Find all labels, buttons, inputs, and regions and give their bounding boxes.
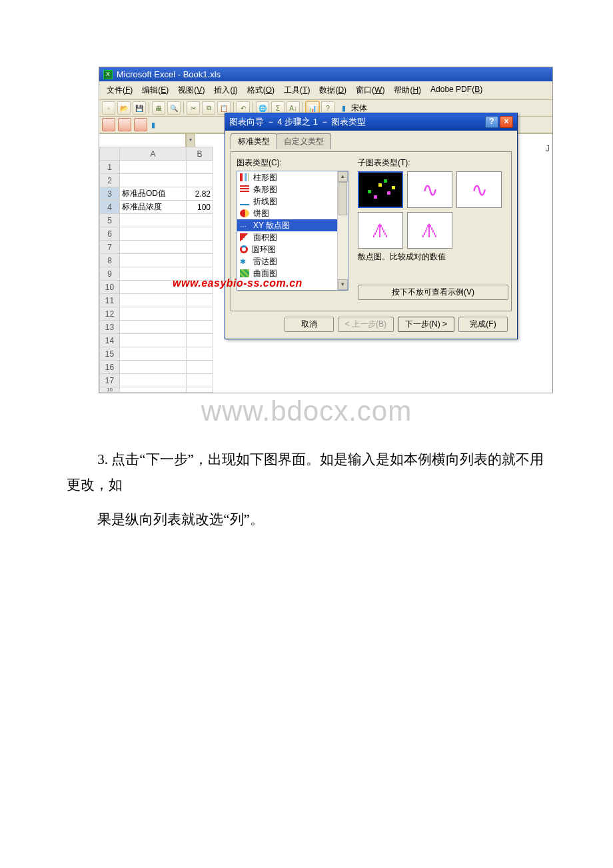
surface-icon [240, 269, 249, 277]
instruction-p1: 3. 点击“下一步”，出现如下图界面。如是输入是如本例横向列表的就不用更改，如 [67, 447, 546, 498]
preview-icon[interactable]: 🔍 [167, 101, 181, 115]
tab-custom[interactable]: 自定义类型 [277, 133, 331, 149]
subtype-description: 散点图。比较成对的数值 [358, 251, 511, 285]
row-header[interactable]: 17 [100, 374, 120, 387]
scroll-thumb[interactable] [338, 182, 347, 215]
save-icon[interactable]: 💾 [133, 101, 146, 115]
menu-view[interactable]: 视图(V) [173, 83, 209, 97]
toolbar-handle-icon[interactable]: ▮ [151, 121, 155, 129]
row-header[interactable]: 13 [100, 321, 120, 334]
subtype-grid: ∿ ∿ ⩚ ⩚ [358, 171, 511, 249]
row-header[interactable]: 1 [100, 161, 120, 174]
row-header[interactable]: 5 [100, 214, 120, 227]
worksheet[interactable]: A B 1 2 3标准品OD值2.82 4标准品浓度100 5 6 7 8 9 … [99, 147, 213, 393]
area-icon [240, 233, 249, 241]
watermark-gray: www.bdocx.com [0, 395, 613, 427]
list-item: 柱形图 [237, 171, 348, 183]
back-button[interactable]: < 上一步(B) [338, 317, 394, 332]
excel-screenshot: Microsoft Excel - Book1.xls 文件(F) 编辑(E) … [99, 67, 553, 393]
row-header[interactable]: 16 [100, 361, 120, 374]
donut-icon [240, 245, 248, 253]
row-header[interactable]: 9 [100, 267, 120, 281]
menu-file[interactable]: 文件(F) [102, 83, 137, 97]
col-header-b[interactable]: B [187, 147, 213, 161]
cut-icon[interactable]: ✂ [187, 101, 200, 115]
name-box[interactable] [99, 134, 186, 147]
scatter-icon [240, 221, 249, 229]
scroll-up-icon[interactable]: ▴ [338, 171, 348, 182]
instruction-p2: 果是纵向列表就改选“列”。 [67, 507, 546, 533]
list-item: 面积图 [237, 231, 348, 243]
subtype-scatter-smooth-markers[interactable]: ∿ [407, 171, 452, 208]
menu-edit[interactable]: 编辑(E) [137, 83, 173, 97]
copy-icon[interactable]: ⧉ [202, 101, 215, 115]
print-icon[interactable]: 🖶 [152, 101, 165, 115]
finish-button[interactable]: 完成(F) [458, 317, 508, 332]
menu-data[interactable]: 数据(D) [314, 83, 351, 97]
subtype-scatter-lines-markers[interactable]: ⩚ [358, 212, 403, 249]
list-item: ✱雷达图 [237, 255, 348, 267]
watermark-red: www.easybio-ss.com.cn [173, 277, 303, 289]
row-header[interactable]: 10 [100, 387, 120, 393]
pie-icon [240, 209, 249, 217]
subtype-scatter-markers[interactable] [358, 171, 403, 208]
next-button[interactable]: 下一步(N) > [398, 317, 454, 332]
menu-window[interactable]: 窗口(W) [351, 83, 389, 97]
list-item: 条形图 [237, 183, 348, 195]
row-header[interactable]: 12 [100, 307, 120, 321]
menu-help[interactable]: 帮助(H) [389, 83, 426, 97]
cancel-button[interactable]: 取消 [285, 317, 334, 332]
row-header[interactable]: 6 [100, 227, 120, 241]
dialog-titlebar: 图表向导 － 4 步骤之 1 － 图表类型 ? × [225, 113, 517, 131]
subtype-scatter-smooth[interactable]: ∿ [456, 171, 502, 208]
row-header[interactable]: 4 [100, 201, 120, 214]
excel-icon [103, 70, 113, 79]
custom-button-2[interactable] [118, 118, 131, 131]
menu-insert[interactable]: 插入(I) [209, 83, 242, 97]
list-scrollbar[interactable]: ▴ ▾ [337, 171, 348, 290]
row-header[interactable]: 7 [100, 241, 120, 254]
list-item: 饼图 [237, 207, 348, 219]
app-title: Microsoft Excel - Book1.xls [117, 69, 221, 79]
subtype-scatter-lines[interactable]: ⩚ [407, 212, 452, 249]
row-header[interactable]: 15 [100, 347, 120, 361]
cell-a4[interactable]: 标准品浓度 [120, 201, 187, 214]
list-item: 圆环图 [237, 243, 348, 255]
list-item-selected: XY 散点图 [237, 219, 348, 231]
row-header[interactable]: 10 [100, 281, 120, 294]
dialog-close-icon[interactable]: × [500, 116, 513, 128]
preview-button[interactable]: 按下不放可查看示例(V) [358, 285, 508, 300]
radar-icon: ✱ [240, 257, 249, 265]
row-header[interactable]: 14 [100, 334, 120, 347]
menu-format[interactable]: 格式(O) [243, 83, 279, 97]
row-header[interactable]: 2 [100, 174, 120, 187]
font-name[interactable]: 宋体 [348, 103, 370, 114]
cell-a3[interactable]: 标准品OD值 [120, 187, 187, 201]
cell-b4[interactable]: 100 [187, 201, 213, 214]
col-header-a[interactable]: A [120, 147, 187, 161]
font-handle-icon[interactable]: ▮ [342, 104, 346, 113]
open-icon[interactable]: 📂 [117, 101, 131, 115]
bar-icon [240, 173, 249, 181]
list-item: 折线图 [237, 195, 348, 207]
row-header[interactable]: 8 [100, 254, 120, 267]
cell-b3[interactable]: 2.82 [187, 187, 213, 201]
hbar-icon [240, 185, 249, 193]
menu-tools[interactable]: 工具(T) [279, 83, 314, 97]
dialog-help-icon[interactable]: ? [485, 116, 498, 128]
tab-standard[interactable]: 标准类型 [231, 133, 277, 149]
menu-adobepdf[interactable]: Adobe PDF(B) [426, 83, 487, 97]
chart-type-list[interactable]: 柱形图 条形图 折线图 饼图 XY 散点图 面积图 圆环图 ✱雷达图 曲面图 ▴ [237, 171, 348, 291]
chart-subtype-label: 子图表类型(T): [358, 157, 511, 169]
row-header[interactable]: 11 [100, 294, 120, 307]
row-header[interactable]: 3 [100, 187, 120, 201]
titlebar: Microsoft Excel - Book1.xls [99, 67, 552, 81]
custom-button-3[interactable] [134, 118, 147, 131]
col-header-j: J [544, 144, 551, 153]
new-icon[interactable]: ▫ [102, 101, 115, 115]
scroll-down-icon[interactable]: ▾ [338, 279, 348, 290]
dialog-title: 图表向导 － 4 步骤之 1 － 图表类型 [229, 116, 366, 128]
line-icon [240, 197, 249, 205]
custom-button-1[interactable] [102, 118, 115, 131]
namebox-dropdown-icon[interactable]: ▾ [186, 134, 195, 147]
